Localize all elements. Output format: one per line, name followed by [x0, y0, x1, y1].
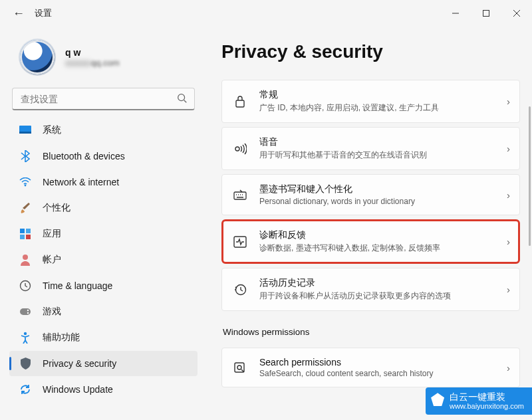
search-input[interactable] — [12, 88, 195, 110]
window-title: 设置 — [35, 7, 52, 19]
svg-point-4 — [178, 94, 185, 101]
sidebar-item-label: 系统 — [43, 124, 61, 136]
apps-icon — [19, 227, 32, 241]
card-subtitle: 广告 ID, 本地内容, 应用启动, 设置建议, 生产力工具 — [259, 102, 507, 114]
sidebar-item-label: 游戏 — [43, 306, 61, 318]
watermark-line2: www.baiyunxitong.com — [450, 402, 524, 411]
svg-rect-12 — [26, 235, 31, 239]
game-icon — [19, 305, 32, 318]
svg-point-16 — [27, 310, 29, 311]
card-subtitle: 用于跨设备和帐户从活动历史记录获取更多内容的选项 — [259, 290, 507, 302]
sidebar: q w xxxxxxqq.com 系统 Bluetooth & devices … — [0, 27, 203, 420]
card-title: 语音 — [259, 136, 507, 148]
card-subtitle: 诊断数据, 墨迹书写和键入数据, 定制体验, 反馈频率 — [259, 243, 507, 254]
chevron-right-icon: › — [507, 96, 510, 107]
update-icon — [19, 383, 32, 396]
watermark-line1: 白云一键重装 — [450, 391, 524, 402]
card-title: 活动历史记录 — [259, 277, 507, 289]
svg-point-13 — [23, 255, 28, 260]
keyboard-icon — [233, 187, 247, 202]
sidebar-item-update[interactable]: Windows Update — [9, 377, 198, 402]
watermark: 白云一键重装 www.baiyunxitong.com — [426, 387, 532, 415]
monitor-icon — [19, 124, 32, 137]
sidebar-item-bluetooth[interactable]: Bluetooth & devices — [9, 144, 198, 169]
user-icon — [19, 253, 32, 266]
close-button[interactable] — [501, 0, 532, 27]
sidebar-item-accounts[interactable]: 帐户 — [9, 247, 198, 272]
card-title: 诊断和反馈 — [259, 229, 507, 241]
card-diagnostics[interactable]: 诊断和反馈诊断数据, 墨迹书写和键入数据, 定制体验, 反馈频率 › — [221, 219, 520, 264]
sidebar-item-label: Network & internet — [43, 177, 119, 187]
sidebar-item-label: 个性化 — [43, 202, 70, 214]
sidebar-item-label: Time & language — [43, 280, 112, 291]
shield-icon — [19, 357, 32, 370]
card-subtitle: Personal dictionary, words in your dicti… — [259, 197, 507, 206]
content-pane: Privacy & security 常规广告 ID, 本地内容, 应用启动, … — [203, 27, 532, 420]
svg-rect-19 — [236, 100, 244, 107]
svg-rect-10 — [26, 229, 31, 233]
bluetooth-icon — [19, 150, 32, 163]
voice-icon — [233, 142, 247, 156]
account-name: q w — [65, 47, 120, 58]
account-block[interactable]: q w xxxxxxqq.com — [7, 35, 200, 85]
history-icon — [233, 282, 247, 297]
card-subtitle: 用于听写和其他基于语音的交互的在线语音识别 — [259, 150, 507, 161]
page-title: Privacy & security — [221, 41, 525, 62]
card-activity[interactable]: 活动历史记录用于跨设备和帐户从活动历史记录获取更多内容的选项 › — [221, 268, 520, 311]
sidebar-item-time[interactable]: Time & language — [9, 273, 198, 298]
clock-icon — [19, 279, 32, 292]
lock-icon — [233, 94, 247, 109]
titlebar: ← 设置 — [0, 0, 532, 27]
sidebar-item-personalize[interactable]: 个性化 — [9, 195, 198, 221]
wifi-icon — [19, 175, 32, 189]
maximize-button[interactable] — [471, 0, 501, 27]
svg-rect-1 — [483, 11, 489, 17]
chevron-right-icon: › — [507, 284, 510, 295]
window-controls — [440, 0, 532, 27]
chevron-right-icon: › — [507, 236, 510, 247]
card-subtitle: SafeSearch, cloud content search, search… — [259, 369, 507, 378]
card-voice[interactable]: 语音用于听写和其他基于语音的交互的在线语音识别 › — [221, 127, 520, 170]
svg-point-17 — [27, 312, 29, 314]
avatar — [19, 39, 56, 76]
brush-icon — [19, 201, 32, 215]
sidebar-item-label: Bluetooth & devices — [43, 151, 125, 161]
svg-rect-7 — [19, 132, 31, 134]
svg-point-25 — [237, 366, 241, 369]
back-button[interactable]: ← — [8, 3, 29, 24]
card-search-perm[interactable]: Search permissionsSafeSearch, cloud cont… — [221, 348, 520, 387]
chevron-right-icon: › — [507, 189, 510, 201]
card-general[interactable]: 常规广告 ID, 本地内容, 应用启动, 设置建议, 生产力工具 › — [221, 80, 520, 123]
sidebar-item-system[interactable]: 系统 — [9, 118, 198, 143]
nav-list: 系统 Bluetooth & devices Network & interne… — [7, 117, 200, 403]
chevron-right-icon: › — [507, 362, 510, 373]
sidebar-item-gaming[interactable]: 游戏 — [9, 299, 198, 324]
sidebar-item-privacy[interactable]: Privacy & security — [9, 351, 198, 376]
sidebar-item-network[interactable]: Network & internet — [9, 169, 198, 195]
svg-rect-9 — [20, 229, 25, 233]
section-label: Windows permissions — [223, 327, 520, 337]
sidebar-item-accessibility[interactable]: 辅助功能 — [9, 325, 198, 350]
card-ink[interactable]: 墨迹书写和键入个性化Personal dictionary, words in … — [221, 174, 520, 215]
minimize-button[interactable] — [440, 0, 471, 27]
svg-line-5 — [184, 100, 187, 103]
card-title: 常规 — [259, 89, 507, 101]
sidebar-item-label: 帐户 — [43, 254, 61, 266]
card-title: Search permissions — [259, 357, 507, 368]
scrollbar[interactable] — [529, 106, 531, 246]
search-icon — [176, 92, 188, 104]
svg-point-20 — [235, 147, 239, 151]
svg-rect-15 — [20, 308, 31, 315]
sidebar-item-label: Privacy & security — [43, 358, 116, 369]
svg-point-8 — [25, 185, 27, 187]
accessibility-icon — [19, 331, 32, 344]
pulse-icon — [233, 235, 247, 249]
sidebar-item-label: Windows Update — [43, 384, 113, 395]
sidebar-item-label: 应用 — [43, 228, 61, 240]
sidebar-item-apps[interactable]: 应用 — [9, 221, 198, 247]
chevron-right-icon: › — [507, 143, 510, 154]
account-email: xxxxxxqq.com — [65, 58, 120, 68]
svg-rect-21 — [234, 192, 246, 199]
svg-point-18 — [24, 332, 27, 335]
sidebar-item-label: 辅助功能 — [43, 332, 80, 344]
